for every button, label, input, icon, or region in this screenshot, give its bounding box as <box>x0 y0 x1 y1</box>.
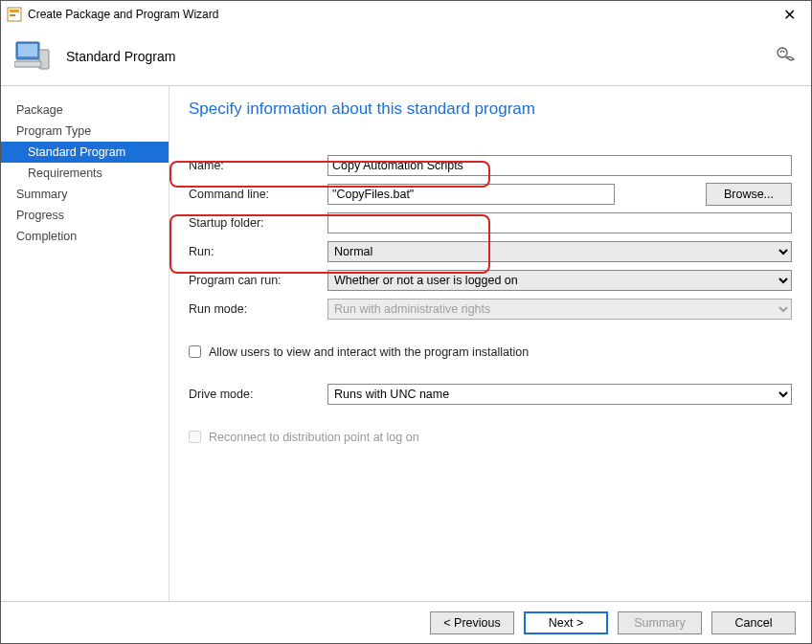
svg-point-7 <box>778 48 787 57</box>
cancel-button[interactable]: Cancel <box>711 611 796 634</box>
runmode-label: Run mode: <box>189 302 327 316</box>
drivemode-label: Drive mode: <box>189 388 327 401</box>
run-label: Run: <box>189 245 327 258</box>
header-heading: Standard Program <box>66 49 175 64</box>
nav-item-completion[interactable]: Completion <box>1 226 169 247</box>
canrun-label: Program can run: <box>189 274 327 287</box>
content-pane: Specify information about this standard … <box>169 86 811 601</box>
previous-button[interactable]: < Previous <box>430 611 514 634</box>
allowusers-row[interactable]: Allow users to view and interact with th… <box>189 337 792 366</box>
summary-button: Summary <box>618 611 702 634</box>
svg-rect-1 <box>10 10 19 12</box>
reconnect-label: Reconnect to distribution point at log o… <box>209 431 419 444</box>
runmode-select: Run with administrative rights <box>327 299 792 320</box>
footer: < Previous Next > Summary Cancel <box>1 601 811 643</box>
browse-button[interactable]: Browse... <box>706 183 792 206</box>
allowusers-checkbox[interactable] <box>189 345 201 358</box>
nav-item-standard-program[interactable]: Standard Program <box>1 142 169 163</box>
computer-icon <box>14 40 53 73</box>
drivemode-select[interactable]: Runs with UNC name <box>327 384 792 405</box>
body: Package Program Type Standard Program Re… <box>1 85 811 601</box>
startup-label: Startup folder: <box>189 216 327 230</box>
canrun-select[interactable]: Whether or not a user is logged on <box>327 270 792 291</box>
nav-item-package[interactable]: Package <box>1 100 169 121</box>
svg-rect-2 <box>10 14 15 16</box>
nav-item-requirements[interactable]: Requirements <box>1 163 169 184</box>
svg-rect-4 <box>18 44 37 56</box>
startup-input[interactable] <box>327 212 792 233</box>
nav-item-summary[interactable]: Summary <box>1 184 169 205</box>
run-select[interactable]: Normal <box>327 241 792 262</box>
feedback-icon[interactable] <box>775 45 796 66</box>
wizard-nav: Package Program Type Standard Program Re… <box>1 86 169 601</box>
allowusers-label: Allow users to view and interact with th… <box>209 345 529 359</box>
header-band: Standard Program <box>1 28 811 85</box>
title-bar: Create Package and Program Wizard ✕ <box>1 1 811 28</box>
nav-item-program-type[interactable]: Program Type <box>1 121 169 142</box>
next-button[interactable]: Next > <box>524 611 608 634</box>
name-input[interactable] <box>327 155 792 176</box>
svg-rect-6 <box>14 61 41 67</box>
reconnect-checkbox <box>189 431 201 443</box>
reconnect-row: Reconnect to distribution point at log o… <box>189 422 792 452</box>
page-title: Specify information about this standard … <box>189 100 792 119</box>
nav-item-progress[interactable]: Progress <box>1 205 169 226</box>
cmdline-input[interactable] <box>327 184 615 205</box>
window-title: Create Package and Program Wizard <box>28 8 774 21</box>
app-icon <box>7 7 22 22</box>
cmdline-label: Command line: <box>189 188 327 201</box>
close-icon[interactable]: ✕ <box>774 6 805 24</box>
name-label: Name: <box>189 159 327 172</box>
wizard-window: Create Package and Program Wizard ✕ Stan… <box>0 0 812 644</box>
